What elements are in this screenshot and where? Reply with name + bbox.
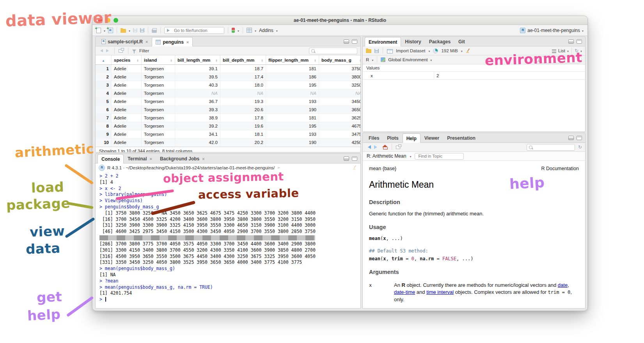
tab-presentation[interactable]: Presentation (443, 133, 479, 142)
addins-caret-icon[interactable] (276, 28, 278, 33)
memory-usage-icon[interactable] (433, 48, 438, 53)
goto-file-function-input[interactable] (173, 28, 218, 33)
tab-penguins[interactable]: penguins (152, 37, 193, 46)
help-topic-caret-icon[interactable] (410, 153, 411, 159)
back-icon[interactable] (99, 49, 103, 52)
table-row[interactable]: 4AdelieTorgersenNANANANANA20 (96, 89, 361, 98)
open-in-new-window-icon[interactable] (119, 49, 123, 53)
memory-caret-icon[interactable] (461, 48, 463, 53)
filter-icon[interactable] (132, 50, 136, 52)
minimize-pane-icon[interactable] (344, 39, 349, 44)
table-row[interactable]: 5AdelieTorgersen36.719.31933450female20 (96, 98, 361, 106)
project-menu[interactable]: ae-01-meet-the-penguins (520, 28, 584, 33)
column-header[interactable]: island (142, 55, 175, 65)
tab-help[interactable]: Help (403, 133, 420, 143)
addins-menu[interactable]: Addins (259, 28, 273, 33)
tab-environment[interactable]: Environment (365, 37, 401, 46)
sort-toggle-icon[interactable] (359, 59, 361, 62)
import-dataset-icon[interactable] (387, 49, 393, 53)
close-tab-icon[interactable] (202, 156, 204, 162)
environment-selector[interactable]: Global Environment (388, 57, 428, 62)
column-header[interactable]: species (112, 55, 142, 65)
import-dataset-caret-icon[interactable] (428, 48, 430, 53)
tab-files[interactable]: Files (365, 133, 383, 142)
column-header[interactable]: bill_length_mm (175, 55, 220, 65)
save-icon[interactable] (133, 28, 137, 32)
print-icon[interactable] (152, 29, 157, 33)
workspace-panes-caret-icon[interactable] (255, 28, 256, 33)
language-selector[interactable]: R (366, 57, 369, 62)
tab-terminal[interactable]: Terminal (124, 154, 156, 163)
save-all-icon[interactable] (140, 28, 144, 32)
maximize-pane-icon[interactable] (577, 136, 582, 140)
tab-plots[interactable]: Plots (383, 133, 402, 142)
data-viewer-search-input[interactable] (316, 48, 352, 53)
tab-history[interactable]: History (401, 37, 425, 46)
memory-usage-label[interactable]: 192 MiB (441, 48, 458, 53)
help-link[interactable]: time interval (426, 289, 454, 295)
help-search-input[interactable] (534, 144, 570, 150)
forward-icon[interactable] (374, 145, 379, 149)
home-icon[interactable] (382, 145, 388, 149)
find-in-topic-input[interactable] (417, 153, 458, 159)
environment-selector-caret-icon[interactable] (430, 57, 432, 62)
sort-toggle-icon[interactable] (137, 59, 139, 62)
sort-toggle-icon[interactable] (215, 59, 218, 62)
version-control-caret-icon[interactable] (238, 28, 239, 33)
tab-viewer[interactable]: Viewer (420, 133, 443, 142)
column-header[interactable]: bill_depth_mm (220, 55, 266, 65)
table-row[interactable]: 10AdelieTorgersen42.020.21904250NA20 (96, 139, 361, 147)
find-in-topic-box[interactable] (415, 153, 464, 160)
workspace-panes-icon[interactable] (247, 28, 252, 33)
maximize-pane-icon[interactable] (352, 156, 357, 161)
new-file-icon[interactable] (96, 28, 101, 33)
open-file-icon[interactable] (121, 29, 126, 33)
clear-console-icon[interactable] (352, 165, 357, 170)
tab-sample-script[interactable]: sample-script.R (98, 37, 152, 46)
minimize-pane-icon[interactable] (344, 156, 349, 161)
tab-background-jobs[interactable]: Background Jobs (156, 154, 209, 163)
goto-file-function-box[interactable] (164, 27, 224, 34)
table-row[interactable]: 7AdelieTorgersen38.917.81813625female20 (96, 114, 361, 122)
zoom-window-button[interactable] (114, 18, 118, 23)
back-icon[interactable] (366, 145, 371, 149)
version-control-icon[interactable] (232, 28, 235, 33)
sort-toggle-icon[interactable] (170, 59, 172, 62)
help-link[interactable]: date-time (394, 289, 415, 295)
column-header[interactable]: flipper_length_mm (266, 55, 319, 65)
table-row[interactable]: 3AdelieTorgersen40.318.01953250female20 (96, 81, 361, 89)
close-tab-icon[interactable] (186, 39, 189, 45)
import-dataset-button[interactable]: Import Dataset (396, 48, 425, 53)
open-file-caret-icon[interactable] (129, 28, 130, 33)
close-tab-icon[interactable] (149, 156, 152, 162)
show-directory-icon[interactable]: ➢ (277, 165, 280, 170)
open-in-new-window-icon[interactable] (396, 146, 400, 149)
column-header[interactable] (96, 55, 112, 65)
minimize-pane-icon[interactable] (568, 136, 574, 140)
maximize-pane-icon[interactable] (577, 39, 582, 44)
filter-button[interactable]: Filter (139, 48, 149, 53)
minimize-pane-icon[interactable] (568, 39, 574, 44)
table-row[interactable]: 8AdelieTorgersen39.219.61954675male20 (96, 122, 361, 130)
sort-toggle-icon[interactable] (261, 59, 263, 62)
help-link[interactable]: date (558, 282, 568, 288)
close-tab-icon[interactable] (145, 39, 148, 44)
data-viewer-searchbox[interactable] (309, 48, 357, 54)
table-row[interactable]: 1AdelieTorgersen39.118.71813750male20 (96, 65, 361, 73)
save-workspace-icon[interactable] (374, 49, 379, 53)
clear-environment-icon[interactable] (466, 48, 471, 53)
table-row[interactable]: 9AdelieTorgersen34.118.11933475NA20 (96, 130, 361, 139)
tab-console[interactable]: Console (98, 154, 124, 164)
help-topic-selector[interactable]: R: Arithmetic Mean (367, 153, 406, 159)
new-file-caret-icon[interactable] (104, 28, 105, 33)
tab-packages[interactable]: Packages (425, 37, 454, 46)
language-caret-icon[interactable] (372, 57, 373, 62)
refresh-help-icon[interactable]: ↻ (578, 145, 582, 149)
sort-toggle-icon[interactable] (314, 59, 316, 62)
forward-icon[interactable] (106, 49, 110, 52)
table-row[interactable]: 2AdelieTorgersen39.517.41863800female20 (96, 73, 361, 81)
new-project-icon[interactable] (108, 28, 113, 33)
tab-git[interactable]: Git (454, 37, 469, 46)
environment-value-row[interactable]: x2 (363, 72, 585, 80)
load-workspace-icon[interactable] (366, 49, 371, 53)
